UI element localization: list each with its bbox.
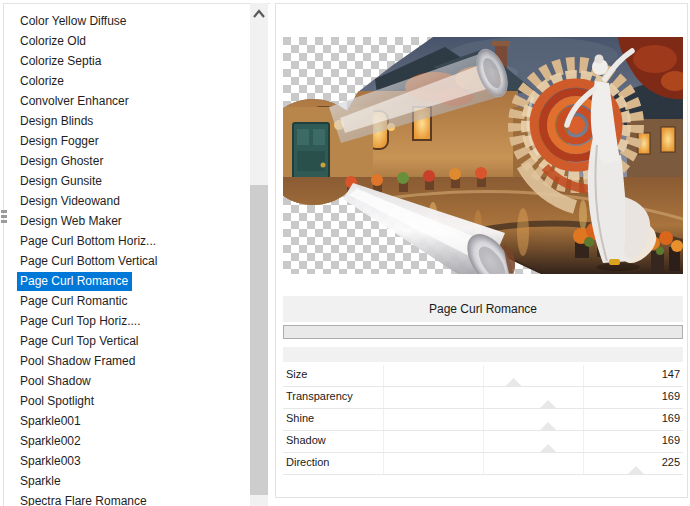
list-item-label: Spectra Flare Romance [17,492,151,506]
list-item-label: Colorize [17,72,68,91]
list-item-label: Design Web Maker [17,212,126,231]
list-item-label: Sparkle003 [17,452,85,471]
list-item-label: Pool Spotlight [17,392,98,411]
preview-image [283,37,683,274]
slider-tick [383,387,384,408]
list-item[interactable]: Page Curl Bottom Vertical [4,251,270,271]
list-item[interactable]: Design Gunsite [4,171,270,191]
slider-row-shadow[interactable]: Shadow169 [283,431,683,453]
slider-tick [583,431,584,452]
list-item-label: Page Curl Top Horiz.... [17,312,145,331]
list-item-label: Page Curl Romantic [17,292,131,311]
slider-tick [383,453,384,474]
slider-tick [383,365,384,386]
list-item-label: Page Curl Top Vertical [17,332,143,351]
list-item-label: Design Blinds [17,112,97,131]
list-item-label: Convolver Enhancer [17,92,133,111]
slider-tick [483,387,484,408]
scroll-up-button[interactable] [250,3,268,20]
slider-row-transparency[interactable]: Transparency169 [283,387,683,409]
list-item[interactable]: Design Ghoster [4,151,270,171]
list-item[interactable]: Design Blinds [4,111,270,131]
slider-label: Transparency [286,390,353,402]
list-item[interactable]: Page Curl Top Vertical [4,331,270,351]
slider-label: Shine [286,412,314,424]
list-item[interactable]: Design Web Maker [4,211,270,231]
list-item-label: Design Fogger [17,132,103,151]
slider-tick [383,409,384,430]
slider-tick [583,387,584,408]
list-item-label: Sparkle [17,472,65,491]
list-item-label: Pool Shadow [17,372,95,391]
list-item[interactable]: Sparkle [4,471,270,491]
list-item[interactable]: Pool Shadow Framed [4,351,270,371]
list-item[interactable]: Sparkle001 [4,411,270,431]
scrollbar-thumb[interactable] [250,185,268,495]
panel-divider-band [283,347,683,362]
list-item-label: Design Gunsite [17,172,106,191]
filter-title: Page Curl Romance [283,296,683,322]
list-item-label: Page Curl Bottom Horiz... [17,232,160,251]
slider-thumb[interactable] [540,422,556,430]
slider-row-shine[interactable]: Shine169 [283,409,683,431]
list-item-label: Page Curl Romance [17,272,132,291]
slider-tick [583,409,584,430]
list-item-selected[interactable]: Page Curl Romance [4,271,270,291]
slider-thumb[interactable] [628,466,644,474]
list-item[interactable]: Design Fogger [4,131,270,151]
slider-tick [483,409,484,430]
slider-tick [483,431,484,452]
list-item-label: Design Videowand [17,192,124,211]
list-item-label: Color Yellow Diffuse [17,12,131,31]
list-item-label: Colorize Old [17,32,90,51]
slider-thumb[interactable] [540,444,556,452]
slider-tick [483,453,484,474]
list-item[interactable]: Colorize [4,71,270,91]
slider-label: Shadow [286,434,326,446]
list-item[interactable]: Design Videowand [4,191,270,211]
list-item-label: Pool Shadow Framed [17,352,139,371]
list-item[interactable]: Colorize Septia [4,51,270,71]
slider-thumb[interactable] [506,378,522,386]
slider-tick [583,365,584,386]
list-item[interactable]: Page Curl Top Horiz.... [4,311,270,331]
slider-label: Size [286,368,307,380]
filter-plugin-window: Color Yellow DiffuseColorize OldColorize… [0,0,690,506]
slider-value: 169 [662,412,680,424]
progress-bar [283,325,683,339]
slider-value: 225 [662,456,680,468]
list-item[interactable]: Convolver Enhancer [4,91,270,111]
list-item-label: Sparkle001 [17,412,85,431]
list-item[interactable]: Spectra Flare Romance [4,491,270,506]
list-scrollbar[interactable] [250,3,268,506]
filter-list[interactable]: Color Yellow DiffuseColorize OldColorize… [3,3,270,506]
slider-label: Direction [286,456,329,468]
list-item[interactable]: Pool Shadow [4,371,270,391]
list-item[interactable]: Colorize Old [4,31,270,51]
list-item-label: Design Ghoster [17,152,107,171]
list-item[interactable]: Pool Spotlight [4,391,270,411]
slider-thumb[interactable] [540,400,556,408]
slider-value: 169 [662,434,680,446]
list-item-label: Sparkle002 [17,432,85,451]
list-item-label: Colorize Septia [17,52,105,71]
list-item[interactable]: Sparkle003 [4,451,270,471]
slider-tick [383,431,384,452]
list-item[interactable]: Sparkle002 [4,431,270,451]
list-item[interactable]: Page Curl Romantic [4,291,270,311]
slider-value: 147 [662,368,680,380]
list-item[interactable]: Color Yellow Diffuse [4,11,270,31]
slider-row-direction[interactable]: Direction225 [283,453,683,475]
grip-icon [1,210,8,226]
list-item-label: Page Curl Bottom Vertical [17,252,161,271]
slider-tick [483,365,484,386]
slider-row-size[interactable]: Size147 [283,365,683,387]
list-item[interactable]: Page Curl Bottom Horiz... [4,231,270,251]
slider-value: 169 [662,390,680,402]
slider-tick [583,453,584,474]
preview-panel: Page Curl Romance Size147Transparency169… [275,3,688,498]
